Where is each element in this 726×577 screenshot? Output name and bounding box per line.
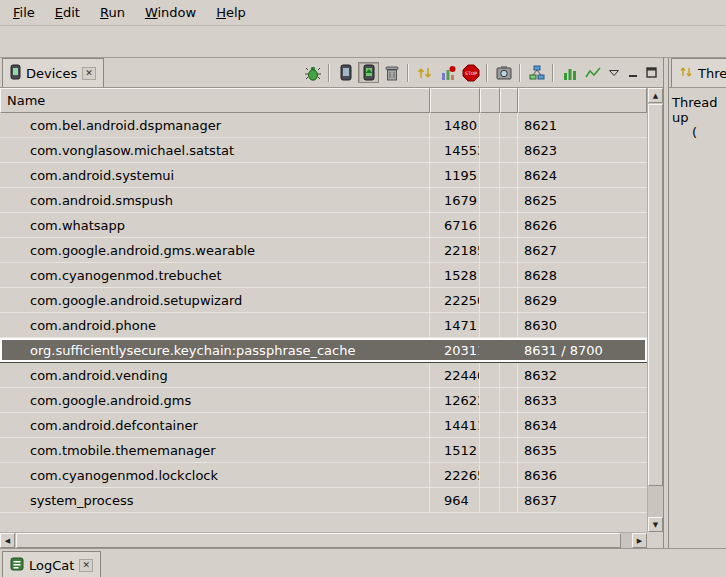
column-header-port[interactable] — [518, 88, 647, 113]
table-row[interactable]: com.android.systemui 1195 8624 — [0, 163, 647, 188]
pid-cell: 14411 — [430, 413, 480, 437]
process-name-cell: com.android.smspush — [0, 188, 430, 212]
dump-view-hierarchy-icon[interactable] — [526, 62, 547, 83]
tab-threads[interactable]: Threads — [671, 58, 726, 87]
table-row[interactable]: system_process 964 8637 — [0, 488, 647, 513]
table-row[interactable]: com.google.android.gms 12623 8633 — [0, 388, 647, 413]
table-row[interactable]: com.android.smspush 1679 8625 — [0, 188, 647, 213]
port-cell: 8624 — [518, 163, 647, 187]
toolbar-separator — [519, 64, 521, 82]
scroll-up-icon[interactable]: ▲ — [648, 88, 663, 103]
empty-cell — [480, 263, 500, 287]
empty-cell — [480, 463, 500, 487]
tab-logcat[interactable]: LogCat ✕ — [2, 551, 101, 577]
column-header-4[interactable] — [500, 88, 518, 113]
empty-cell — [480, 163, 500, 187]
port-cell: 8631 / 8700 — [518, 338, 647, 362]
process-name-cell: com.vonglasow.michael.satstat — [0, 138, 430, 162]
pid-cell: 1471 — [430, 313, 480, 337]
scroll-right-icon[interactable]: ▶ — [632, 533, 647, 548]
pid-cell: 964 — [430, 488, 480, 512]
table-row[interactable]: com.vonglasow.michael.satstat 14553 8623 — [0, 138, 647, 163]
tab-threads-label: Threads — [698, 66, 726, 81]
port-cell: 8632 — [518, 363, 647, 387]
pid-cell: 6716 — [430, 213, 480, 237]
maximize-icon[interactable] — [643, 64, 660, 81]
process-name-cell: com.google.android.setupwizard — [0, 288, 430, 312]
horizontal-scroll-thumb[interactable] — [16, 533, 621, 548]
column-header-name[interactable]: Name — [0, 88, 430, 113]
empty-cell — [480, 138, 500, 162]
close-icon[interactable]: ✕ — [82, 67, 96, 80]
table-row[interactable]: org.sufficientlysecure.keychain:passphra… — [0, 338, 647, 363]
menu-help[interactable]: Help — [207, 2, 255, 23]
scrollbar-corner — [647, 532, 663, 548]
stop-process-icon[interactable]: STOP — [460, 62, 481, 83]
menu-file[interactable]: File — [4, 2, 44, 23]
table-row[interactable]: com.android.phone 1471 8630 — [0, 313, 647, 338]
view-menu-icon[interactable] — [605, 64, 622, 81]
cause-gc-icon[interactable] — [381, 62, 402, 83]
pid-cell: 1480 — [430, 113, 480, 137]
port-cell: 8621 — [518, 113, 647, 137]
system-info-table-icon[interactable] — [559, 62, 580, 83]
table-row[interactable]: com.cyanogenmod.trebuchet 1528 8628 — [0, 263, 647, 288]
empty-cell — [500, 138, 518, 162]
scroll-down-icon[interactable]: ▼ — [648, 517, 663, 532]
pid-cell: 20311 — [430, 338, 480, 362]
port-cell: 8628 — [518, 263, 647, 287]
table-row[interactable]: com.android.defcontainer 14411 8634 — [0, 413, 647, 438]
empty-cell — [500, 213, 518, 237]
table-row[interactable]: com.cyanogenmod.lockclock 22265 8636 — [0, 463, 647, 488]
pid-cell: 22265 — [430, 463, 480, 487]
minimize-icon[interactable] — [624, 64, 641, 81]
empty-cell — [500, 113, 518, 137]
devices-panel-header: Devices ✕ — [0, 58, 663, 88]
svg-text:STOP: STOP — [465, 71, 477, 76]
vertical-scroll-thumb[interactable] — [648, 104, 663, 486]
column-header-3[interactable] — [480, 88, 500, 113]
port-cell: 8633 — [518, 388, 647, 412]
table-row[interactable]: com.whatsapp 6716 8626 — [0, 213, 647, 238]
table-row[interactable]: com.bel.android.dspmanager 1480 8621 — [0, 113, 647, 138]
empty-cell — [480, 338, 500, 362]
tab-devices-label: Devices — [26, 66, 77, 81]
method-profiling-icon[interactable] — [437, 62, 458, 83]
empty-cell — [480, 363, 500, 387]
menu-run[interactable]: Run — [91, 2, 134, 23]
empty-cell — [480, 438, 500, 462]
empty-cell — [480, 388, 500, 412]
horizontal-scrollbar[interactable]: ◀ ▶ — [0, 532, 647, 548]
table-row[interactable]: com.android.vending 22440 8632 — [0, 363, 647, 388]
dump-hprof-icon[interactable] — [358, 62, 379, 83]
screen-capture-icon[interactable] — [493, 62, 514, 83]
empty-cell — [480, 188, 500, 212]
port-cell: 8623 — [518, 138, 647, 162]
process-name-cell: com.cyanogenmod.lockclock — [0, 463, 430, 487]
scroll-left-icon[interactable]: ◀ — [0, 533, 15, 548]
menu-edit[interactable]: Edit — [46, 2, 89, 23]
empty-cell — [500, 338, 518, 362]
threads-panel: Threads Thread up ( — [668, 58, 726, 548]
pid-cell: 1528 — [430, 263, 480, 287]
system-info-chart-icon[interactable] — [582, 62, 603, 83]
pid-cell: 22440 — [430, 363, 480, 387]
tab-devices[interactable]: Devices ✕ — [2, 58, 104, 87]
devices-table: Name com.bel.android.dspmanager 1480 862… — [0, 88, 663, 548]
update-heap-icon[interactable] — [335, 62, 356, 83]
port-cell: 8634 — [518, 413, 647, 437]
close-icon[interactable]: ✕ — [79, 559, 93, 572]
menu-window[interactable]: Window — [136, 2, 205, 23]
update-threads-icon[interactable] — [414, 62, 435, 83]
process-name-cell: com.cyanogenmod.trebuchet — [0, 263, 430, 287]
table-row[interactable]: com.google.android.gms.wearable 22185 86… — [0, 238, 647, 263]
toolbar-separator — [486, 64, 488, 82]
vertical-scrollbar[interactable]: ▲ ▼ — [647, 88, 663, 532]
table-row[interactable]: com.tmobile.thememanager 1512 8635 — [0, 438, 647, 463]
process-name-cell: com.android.vending — [0, 363, 430, 387]
table-row[interactable]: com.google.android.setupwizard 22250 862… — [0, 288, 647, 313]
port-cell: 8629 — [518, 288, 647, 312]
column-header-pid[interactable] — [430, 88, 480, 113]
empty-cell — [500, 163, 518, 187]
debug-process-icon[interactable] — [302, 62, 323, 83]
